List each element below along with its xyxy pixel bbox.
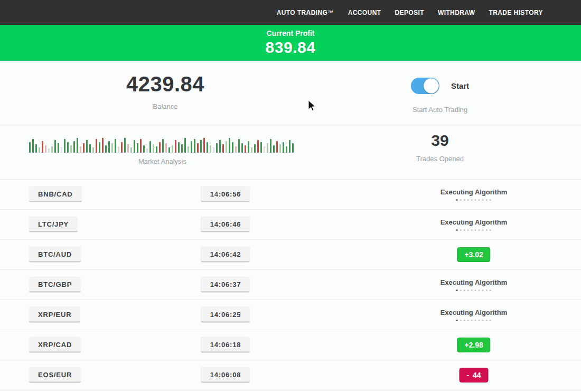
loading-dot (464, 199, 465, 201)
loading-dot (471, 290, 473, 291)
pair-pill: EOS/EUR (29, 368, 81, 383)
market-bar (73, 141, 75, 153)
trade-time: 14:06:08 (201, 368, 250, 383)
result-sign: + (464, 341, 468, 349)
loading-dot (464, 229, 465, 231)
market-bar (105, 145, 107, 153)
loading-dot (456, 229, 458, 231)
loading-dot (460, 229, 462, 231)
result-sign: - (467, 371, 470, 379)
nav-item-withdraw[interactable]: WITHDRAW (438, 9, 475, 16)
loading-dots (441, 229, 508, 231)
loading-dot (479, 290, 480, 291)
market-bar (235, 146, 237, 153)
market-bar (197, 143, 199, 153)
loading-dot (490, 229, 491, 231)
market-bar (134, 140, 135, 153)
loading-dots (441, 199, 508, 201)
balance-section: 4239.84 Balance Start Start Auto Trading (0, 61, 581, 125)
loading-dot (482, 229, 484, 231)
auto-trading-block: Start Start Auto Trading (411, 78, 469, 114)
nav-item-account[interactable]: ACCOUNT (348, 9, 381, 16)
market-bar (137, 143, 138, 153)
market-bar (64, 139, 65, 153)
market-bar (149, 141, 151, 153)
market-bar (111, 143, 113, 153)
trade-status: Executing Algorithm (441, 218, 508, 231)
trade-status: Executing Algorithm (441, 278, 508, 291)
market-bar (241, 143, 243, 153)
result-sign: + (464, 250, 468, 259)
market-bar (200, 140, 202, 153)
market-bar (80, 146, 81, 153)
loading-dot (486, 229, 488, 231)
trade-status: +2.98 (457, 338, 490, 352)
trade-time: 14:06:56 (201, 187, 250, 202)
market-bar (251, 147, 252, 153)
loading-dot (460, 199, 462, 201)
market-bar (143, 145, 145, 153)
market-bar (181, 144, 183, 153)
market-bar (175, 140, 176, 153)
loading-dot (490, 199, 491, 201)
market-bar (140, 139, 142, 153)
nav-item-deposit[interactable]: DEPOSIT (395, 9, 424, 16)
loading-dot (475, 199, 476, 201)
market-bar (283, 142, 284, 153)
loading-dot (460, 290, 462, 291)
loading-dot (475, 290, 476, 291)
pair-pill: BTC/AUD (29, 247, 81, 263)
loading-dot (490, 320, 491, 321)
market-bar (168, 147, 170, 153)
loading-dot (456, 320, 458, 321)
nav-item-trade-history[interactable]: TRADE HISTORY (489, 9, 543, 16)
market-bar (89, 144, 91, 153)
loading-dot (482, 199, 484, 201)
result-badge: +3.02 (457, 247, 490, 262)
profit-banner: Current Profit 839.84 (0, 25, 581, 61)
trade-row: EOS/EUR 14:06:08 -44 (0, 360, 581, 390)
executing-label: Executing Algorithm (441, 278, 508, 286)
loading-dot (471, 229, 473, 231)
executing-label: Executing Algorithm (441, 188, 508, 196)
trades-opened-value: 39 (416, 132, 464, 150)
market-bar (184, 138, 186, 153)
market-bar (213, 147, 214, 153)
market-bar (286, 146, 287, 153)
loading-dot (479, 320, 480, 321)
loading-dot (486, 290, 488, 291)
loading-dot (456, 199, 458, 201)
pair-pill: BNB/CAD (29, 187, 82, 202)
executing-label: Executing Algorithm (441, 309, 508, 316)
result-value: 3.02 (468, 250, 483, 259)
market-analysis-chart (29, 137, 296, 153)
market-bar (219, 140, 221, 153)
market-bar (267, 143, 268, 153)
market-bar (210, 145, 211, 153)
market-bar (289, 140, 290, 153)
market-bar (273, 145, 275, 153)
loading-dot (475, 320, 476, 321)
loading-dot (490, 290, 491, 291)
trade-row: BTC/AUD 14:06:42 +3.02 (0, 240, 581, 270)
market-bar (35, 144, 37, 153)
trade-status: Executing Algorithm (441, 309, 508, 321)
market-bar (67, 142, 69, 153)
market-bar (70, 145, 72, 153)
auto-trading-toggle[interactable] (411, 78, 439, 94)
loading-dot (486, 320, 488, 321)
profit-label: Current Profit (0, 29, 581, 38)
market-bar (32, 139, 34, 153)
market-bar (257, 140, 259, 153)
loading-dot (467, 229, 469, 231)
trade-time: 14:06:37 (201, 277, 250, 293)
market-bar (99, 142, 100, 153)
market-bar (203, 138, 205, 153)
trade-row: BNB/CAD 14:06:56 Executing Algorithm (0, 180, 581, 210)
loading-dot (479, 199, 480, 201)
market-bar (292, 143, 294, 153)
market-bar (178, 142, 180, 153)
nav-item-auto-trading[interactable]: AUTO TRADING™ (277, 9, 334, 16)
executing-label: Executing Algorithm (441, 218, 508, 226)
market-bar (232, 142, 233, 153)
